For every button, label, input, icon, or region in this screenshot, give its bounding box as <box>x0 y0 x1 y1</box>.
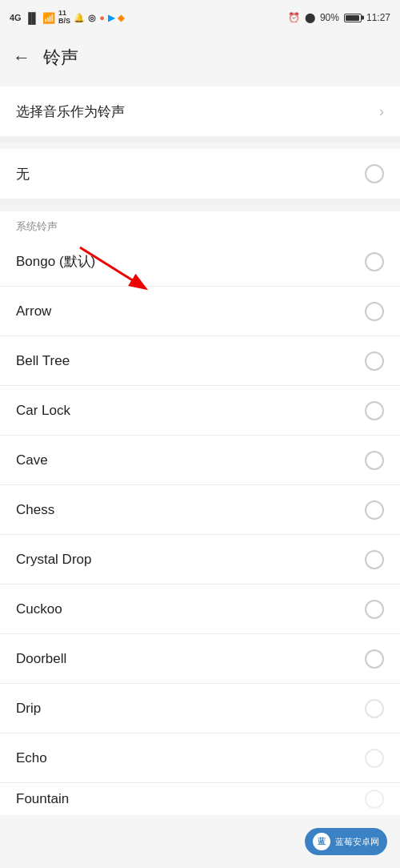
ringtone-bell-tree-radio[interactable] <box>365 352 384 371</box>
app-icon-3: ◆ <box>118 13 124 23</box>
no-sound-label: 无 <box>16 165 365 183</box>
ringtone-bell-tree-label: Bell Tree <box>16 353 365 369</box>
ringtone-row-car-lock[interactable]: Car Lock <box>0 386 400 436</box>
battery-percent: 90% <box>320 12 339 23</box>
wifi-icon: 📶 <box>42 12 55 24</box>
ringtone-car-lock-label: Car Lock <box>16 403 365 419</box>
page-header: ← 铃声 <box>0 35 400 80</box>
ringtone-bongo-radio[interactable] <box>365 252 384 271</box>
bluetooth-icon: ⬤ <box>305 12 315 23</box>
ringtone-cuckoo-radio[interactable] <box>365 600 384 619</box>
ringtone-row-drip[interactable]: Drip <box>0 684 400 733</box>
ringtone-row-bongo[interactable]: Bongo (默认) <box>0 237 400 287</box>
notification-bell: 🔔 <box>74 13 85 23</box>
time-display: 11:27 <box>366 12 390 23</box>
chevron-right-icon: › <box>379 103 384 120</box>
ringtone-row-bell-tree[interactable]: Bell Tree <box>0 336 400 386</box>
ringtone-row-cave[interactable]: Cave <box>0 436 400 485</box>
watermark: 蓝 蓝莓安卓网 <box>305 828 387 855</box>
music-select-label: 选择音乐作为铃声 <box>16 102 379 121</box>
ringtone-row-cuckoo[interactable]: Cuckoo <box>0 585 400 634</box>
section-gap-2 <box>0 199 400 205</box>
app-icon-1: ● <box>99 13 105 22</box>
ringtone-arrow-label: Arrow <box>16 303 365 319</box>
no-sound-section: 无 <box>0 149 400 199</box>
watermark-logo: 蓝 <box>313 833 330 850</box>
watermark-text: 蓝莓安卓网 <box>335 836 379 848</box>
ringtone-row-doorbell[interactable]: Doorbell <box>0 634 400 684</box>
system-ringtone-section: 系统铃声 Bongo (默认) Arrow Bell Tree Car Lock… <box>0 211 400 815</box>
ringtone-car-lock-radio[interactable] <box>365 401 384 420</box>
ringtone-chess-radio[interactable] <box>365 500 384 520</box>
app-icon-2: ▶ <box>108 13 114 23</box>
ringtone-cuckoo-label: Cuckoo <box>16 601 365 617</box>
section-gap-1 <box>0 136 400 143</box>
status-left: 4G ▐▌ 📶 11B/S 🔔 ◎ ● ▶ ◆ <box>10 10 124 26</box>
music-select-row[interactable]: 选择音乐作为铃声 › <box>0 86 400 136</box>
ringtone-row-arrow[interactable]: Arrow <box>0 287 400 336</box>
ringtone-crystal-drop-label: Crystal Drop <box>16 552 365 568</box>
ringtone-crystal-drop-radio[interactable] <box>365 550 384 569</box>
battery-icon <box>344 14 362 22</box>
data-speed: 11B/S <box>58 10 70 26</box>
ringtone-drip-label: Drip <box>16 701 365 717</box>
ringtone-doorbell-radio[interactable] <box>365 649 384 669</box>
status-right: ⏰ ⬤ 90% 11:27 <box>288 12 390 23</box>
music-select-section: 选择音乐作为铃声 › <box>0 86 400 136</box>
ringtone-echo-label: Echo <box>16 750 365 766</box>
back-button[interactable]: ← <box>13 49 30 66</box>
ringtone-cave-label: Cave <box>16 452 365 468</box>
network-type: 4G <box>10 13 22 22</box>
ringtone-fountain-radio[interactable] <box>365 790 384 809</box>
ringtone-echo-radio[interactable] <box>365 749 384 768</box>
location-icon: ◎ <box>88 13 96 23</box>
status-bar: 4G ▐▌ 📶 11B/S 🔔 ◎ ● ▶ ◆ ⏰ ⬤ 90% 11:27 <box>0 0 400 35</box>
ringtone-fountain-label: Fountain <box>16 791 365 807</box>
ringtone-chess-label: Chess <box>16 502 365 518</box>
no-sound-radio[interactable] <box>365 164 384 183</box>
ringtone-cave-radio[interactable] <box>365 451 384 470</box>
ringtone-arrow-radio[interactable] <box>365 302 384 321</box>
ringtone-row-echo[interactable]: Echo <box>0 733 400 783</box>
no-sound-row[interactable]: 无 <box>0 149 400 199</box>
ringtone-row-fountain[interactable]: Fountain <box>0 783 400 815</box>
system-ringtone-label: 系统铃声 <box>0 211 400 237</box>
page-title: 铃声 <box>43 46 78 70</box>
signal-icon: ▐▌ <box>25 12 39 24</box>
ringtone-bongo-label: Bongo (默认) <box>16 252 365 271</box>
ringtone-row-crystal-drop[interactable]: Crystal Drop <box>0 535 400 585</box>
ringtone-doorbell-label: Doorbell <box>16 651 365 667</box>
ringtone-drip-radio[interactable] <box>365 699 384 718</box>
ringtone-row-chess[interactable]: Chess <box>0 485 400 535</box>
alarm-icon: ⏰ <box>288 12 300 23</box>
